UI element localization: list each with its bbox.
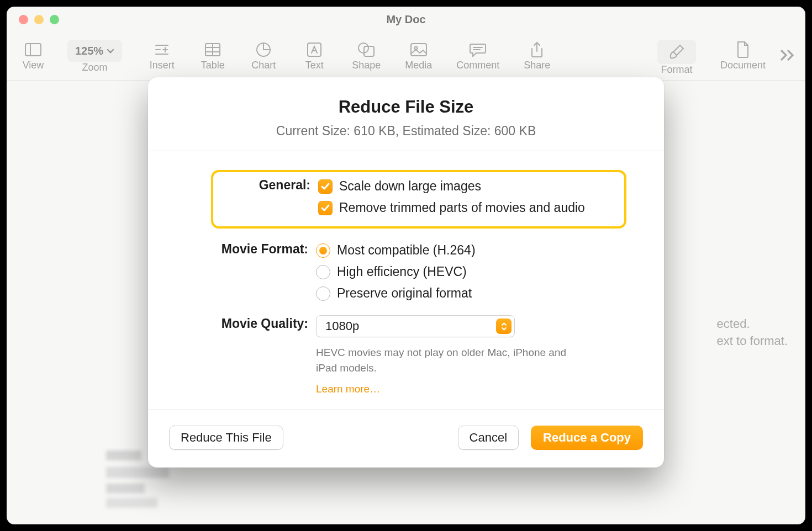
dialog-footer: Reduce This File Cancel Reduce a Copy: [148, 410, 664, 468]
chart-icon: [250, 40, 277, 60]
checkbox-checked-icon: [318, 201, 333, 215]
paintbrush-icon: [669, 44, 684, 60]
toolbar-view-label: View: [23, 60, 44, 71]
toolbar-zoom-label: Zoom: [82, 62, 108, 73]
toolbar-media[interactable]: Media: [393, 40, 444, 71]
media-icon: [405, 40, 432, 60]
checkbox-label: Remove trimmed parts of movies and audio: [339, 200, 585, 215]
learn-more-link[interactable]: Learn more…: [316, 378, 380, 395]
toolbar-table[interactable]: Table: [187, 40, 238, 71]
checkbox-checked-icon: [318, 179, 333, 194]
select-value: 1080p: [325, 319, 359, 333]
radio-label: Preserve original format: [337, 286, 472, 301]
chevron-down-icon: [107, 48, 114, 54]
reduce-a-copy-button[interactable]: Reduce a Copy: [531, 426, 643, 450]
reduce-file-size-dialog: Reduce File Size Current Size: 610 KB, E…: [148, 77, 664, 468]
toolbar-shape[interactable]: Shape: [340, 40, 393, 71]
toolbar-insert[interactable]: Insert: [136, 40, 187, 71]
svg-rect-13: [364, 46, 374, 56]
window-title: My Doc: [7, 13, 805, 26]
radio-label: Most compatible (H.264): [337, 243, 476, 258]
toolbar-view[interactable]: View: [20, 40, 53, 71]
radio-most-compatible[interactable]: Most compatible (H.264): [316, 241, 631, 262]
cancel-button[interactable]: Cancel: [458, 426, 519, 450]
toolbar-comment-label: Comment: [456, 60, 499, 71]
svg-rect-0: [25, 44, 41, 56]
reduce-this-file-button[interactable]: Reduce This File: [169, 426, 283, 450]
toolbar-format[interactable]: Format: [645, 40, 708, 76]
titlebar: My Doc: [7, 7, 805, 32]
document-icon: [730, 40, 756, 60]
checkbox-scale-down-images[interactable]: Scale down large images: [318, 177, 613, 198]
format-pill: [657, 40, 696, 64]
radio-label: High efficiency (HEVC): [337, 264, 467, 279]
toolbar-text[interactable]: Text: [289, 40, 340, 71]
general-label: General:: [213, 177, 310, 193]
toolbar-media-label: Media: [405, 60, 432, 71]
checkbox-remove-trimmed[interactable]: Remove trimmed parts of movies and audio: [318, 198, 613, 220]
general-highlight: General: Scale down large images Remove …: [211, 170, 626, 229]
toolbar-zoom[interactable]: 125% Zoom: [53, 40, 136, 73]
radio-high-efficiency[interactable]: High efficiency (HEVC): [316, 262, 631, 284]
dialog-title: Reduce File Size: [148, 77, 664, 117]
toolbar-insert-label: Insert: [150, 60, 175, 71]
toolbar-table-label: Table: [201, 60, 225, 71]
comment-icon: [465, 40, 491, 60]
toolbar-text-label: Text: [305, 60, 324, 71]
toolbar-share[interactable]: Share: [512, 40, 562, 71]
toolbar-comment[interactable]: Comment: [444, 40, 512, 71]
select-stepper-icon: [496, 318, 512, 334]
checkbox-label: Scale down large images: [339, 179, 481, 194]
radio-preserve-format[interactable]: Preserve original format: [316, 284, 631, 305]
svg-rect-15: [411, 44, 426, 56]
radio-unchecked-icon: [316, 286, 330, 301]
toolbar-format-label: Format: [661, 64, 692, 76]
toolbar-chart-label: Chart: [251, 60, 276, 71]
shape-icon: [353, 40, 379, 60]
movie-quality-select[interactable]: 1080p: [316, 315, 515, 337]
toolbar-shape-label: Shape: [352, 60, 381, 71]
movie-format-label: Movie Format:: [181, 241, 308, 257]
toolbar: View 125% Zoom Insert Table Chart: [7, 32, 805, 81]
table-icon: [199, 40, 226, 60]
movie-quality-label: Movie Quality:: [181, 315, 308, 331]
toolbar-share-label: Share: [524, 60, 550, 71]
insert-icon: [149, 40, 175, 60]
inspector-hint: ected. ext to format.: [717, 316, 788, 350]
toolbar-document-label: Document: [720, 60, 766, 71]
toolbar-chart[interactable]: Chart: [238, 40, 289, 71]
text-icon: [301, 40, 328, 60]
dialog-body: General: Scale down large images Remove …: [148, 151, 664, 410]
zoom-value: 125%: [75, 45, 103, 57]
sidebar-icon: [20, 40, 46, 60]
dialog-subtitle: Current Size: 610 KB, Estimated Size: 60…: [148, 117, 664, 151]
share-icon: [524, 40, 550, 60]
radio-unchecked-icon: [316, 265, 330, 279]
radio-checked-icon: [316, 243, 330, 258]
quality-helper-text: HEVC movies may not play on older Mac, i…: [316, 337, 581, 378]
toolbar-overflow-button[interactable]: [777, 44, 799, 66]
